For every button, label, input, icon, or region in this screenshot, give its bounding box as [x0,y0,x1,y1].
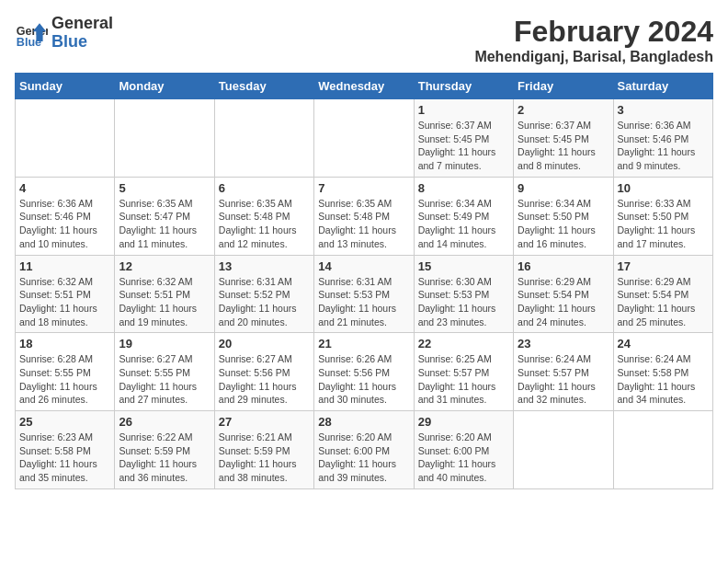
logo-icon: General Blue [15,17,48,50]
calendar-week-row: 4Sunrise: 6:36 AM Sunset: 5:46 PM Daylig… [16,177,713,255]
day-number: 25 [19,415,110,429]
day-info: Sunrise: 6:34 AM Sunset: 5:49 PM Dayligh… [418,197,509,251]
day-number: 24 [618,337,709,350]
calendar-cell: 10Sunrise: 6:33 AM Sunset: 5:50 PM Dayli… [613,177,712,255]
day-number: 17 [618,259,709,273]
day-info: Sunrise: 6:36 AM Sunset: 5:46 PM Dayligh… [19,197,110,251]
calendar-week-row: 18Sunrise: 6:28 AM Sunset: 5:55 PM Dayli… [16,333,713,411]
calendar-cell: 5Sunrise: 6:35 AM Sunset: 5:47 PM Daylig… [115,177,214,255]
day-info: Sunrise: 6:32 AM Sunset: 5:51 PM Dayligh… [19,275,110,329]
sub-title: Mehendiganj, Barisal, Bangladesh [474,49,713,65]
day-number: 15 [418,259,509,273]
calendar-week-row: 11Sunrise: 6:32 AM Sunset: 5:51 PM Dayli… [16,255,713,333]
calendar-body: 1Sunrise: 6:37 AM Sunset: 5:45 PM Daylig… [16,99,713,489]
calendar-cell [214,99,313,178]
calendar-cell: 8Sunrise: 6:34 AM Sunset: 5:49 PM Daylig… [414,177,513,255]
day-number: 8 [418,181,509,195]
day-info: Sunrise: 6:31 AM Sunset: 5:52 PM Dayligh… [219,275,310,329]
calendar-cell [115,99,214,178]
calendar-cell [514,411,613,489]
weekday-header-cell: Saturday [613,74,712,99]
calendar-cell: 13Sunrise: 6:31 AM Sunset: 5:52 PM Dayli… [214,255,313,333]
day-info: Sunrise: 6:29 AM Sunset: 5:54 PM Dayligh… [618,275,709,329]
day-number: 4 [19,181,110,195]
calendar-cell: 18Sunrise: 6:28 AM Sunset: 5:55 PM Dayli… [16,333,115,411]
day-number: 1 [418,103,509,117]
day-info: Sunrise: 6:33 AM Sunset: 5:50 PM Dayligh… [618,197,709,251]
day-number: 29 [418,415,509,429]
calendar-cell: 27Sunrise: 6:21 AM Sunset: 5:59 PM Dayli… [214,411,313,489]
day-info: Sunrise: 6:22 AM Sunset: 5:59 PM Dayligh… [119,431,210,485]
calendar-cell: 19Sunrise: 6:27 AM Sunset: 5:55 PM Dayli… [115,333,214,411]
calendar-cell: 29Sunrise: 6:20 AM Sunset: 6:00 PM Dayli… [414,411,513,489]
calendar-cell: 23Sunrise: 6:24 AM Sunset: 5:57 PM Dayli… [514,333,613,411]
day-info: Sunrise: 6:37 AM Sunset: 5:45 PM Dayligh… [418,119,509,173]
day-info: Sunrise: 6:26 AM Sunset: 5:56 PM Dayligh… [318,352,409,407]
calendar-cell: 17Sunrise: 6:29 AM Sunset: 5:54 PM Dayli… [613,255,712,333]
calendar-cell: 4Sunrise: 6:36 AM Sunset: 5:46 PM Daylig… [16,177,115,255]
day-number: 6 [219,181,310,195]
day-number: 27 [219,415,310,429]
calendar-cell: 12Sunrise: 6:32 AM Sunset: 5:51 PM Dayli… [115,255,214,333]
calendar-cell [314,99,414,178]
day-info: Sunrise: 6:20 AM Sunset: 6:00 PM Dayligh… [318,431,409,485]
day-number: 19 [119,337,210,350]
day-info: Sunrise: 6:34 AM Sunset: 5:50 PM Dayligh… [518,197,609,251]
day-number: 22 [418,337,509,350]
weekday-header-cell: Sunday [16,74,115,99]
day-info: Sunrise: 6:35 AM Sunset: 5:47 PM Dayligh… [119,197,210,251]
day-number: 9 [518,181,609,195]
weekday-header-cell: Thursday [414,74,513,99]
day-info: Sunrise: 6:36 AM Sunset: 5:46 PM Dayligh… [618,119,709,173]
calendar-cell: 6Sunrise: 6:35 AM Sunset: 5:48 PM Daylig… [214,177,313,255]
main-title: February 2024 [474,15,713,49]
day-info: Sunrise: 6:32 AM Sunset: 5:51 PM Dayligh… [119,275,210,329]
weekday-header-cell: Friday [514,74,613,99]
calendar-cell: 22Sunrise: 6:25 AM Sunset: 5:57 PM Dayli… [414,333,513,411]
calendar-week-row: 1Sunrise: 6:37 AM Sunset: 5:45 PM Daylig… [16,99,713,178]
day-number: 5 [119,181,210,195]
calendar-cell: 20Sunrise: 6:27 AM Sunset: 5:56 PM Dayli… [214,333,313,411]
logo: General Blue General Blue [15,15,113,52]
day-info: Sunrise: 6:27 AM Sunset: 5:55 PM Dayligh… [119,352,210,407]
calendar-cell: 9Sunrise: 6:34 AM Sunset: 5:50 PM Daylig… [514,177,613,255]
day-info: Sunrise: 6:23 AM Sunset: 5:58 PM Dayligh… [19,431,110,485]
calendar-cell: 26Sunrise: 6:22 AM Sunset: 5:59 PM Dayli… [115,411,214,489]
calendar-cell: 7Sunrise: 6:35 AM Sunset: 5:48 PM Daylig… [314,177,414,255]
logo-text: General Blue [51,15,113,52]
day-number: 12 [119,259,210,273]
calendar-cell: 3Sunrise: 6:36 AM Sunset: 5:46 PM Daylig… [613,99,712,178]
calendar-cell [16,99,115,178]
day-number: 21 [318,337,409,350]
day-info: Sunrise: 6:35 AM Sunset: 5:48 PM Dayligh… [318,197,409,251]
calendar-table: SundayMondayTuesdayWednesdayThursdayFrid… [15,73,713,489]
day-number: 10 [618,181,709,195]
weekday-header-row: SundayMondayTuesdayWednesdayThursdayFrid… [16,74,713,99]
calendar-cell: 15Sunrise: 6:30 AM Sunset: 5:53 PM Dayli… [414,255,513,333]
day-number: 7 [318,181,409,195]
day-number: 14 [318,259,409,273]
day-info: Sunrise: 6:27 AM Sunset: 5:56 PM Dayligh… [219,352,310,407]
weekday-header-cell: Tuesday [214,74,313,99]
day-number: 16 [518,259,609,273]
title-area: February 2024 Mehendiganj, Barisal, Bang… [474,15,713,65]
day-number: 11 [19,259,110,273]
header: General Blue General Blue February 2024 … [15,15,713,65]
day-number: 3 [618,103,709,117]
calendar-cell: 16Sunrise: 6:29 AM Sunset: 5:54 PM Dayli… [514,255,613,333]
day-info: Sunrise: 6:35 AM Sunset: 5:48 PM Dayligh… [219,197,310,251]
weekday-header-cell: Wednesday [314,74,414,99]
calendar-cell: 2Sunrise: 6:37 AM Sunset: 5:45 PM Daylig… [514,99,613,178]
day-info: Sunrise: 6:28 AM Sunset: 5:55 PM Dayligh… [19,352,110,407]
calendar-cell [613,411,712,489]
calendar-cell: 28Sunrise: 6:20 AM Sunset: 6:00 PM Dayli… [314,411,414,489]
day-info: Sunrise: 6:31 AM Sunset: 5:53 PM Dayligh… [318,275,409,329]
day-number: 2 [518,103,609,117]
calendar-cell: 11Sunrise: 6:32 AM Sunset: 5:51 PM Dayli… [16,255,115,333]
calendar-week-row: 25Sunrise: 6:23 AM Sunset: 5:58 PM Dayli… [16,411,713,489]
day-number: 18 [19,337,110,350]
day-number: 13 [219,259,310,273]
day-number: 28 [318,415,409,429]
calendar-cell: 25Sunrise: 6:23 AM Sunset: 5:58 PM Dayli… [16,411,115,489]
day-number: 23 [518,337,609,350]
